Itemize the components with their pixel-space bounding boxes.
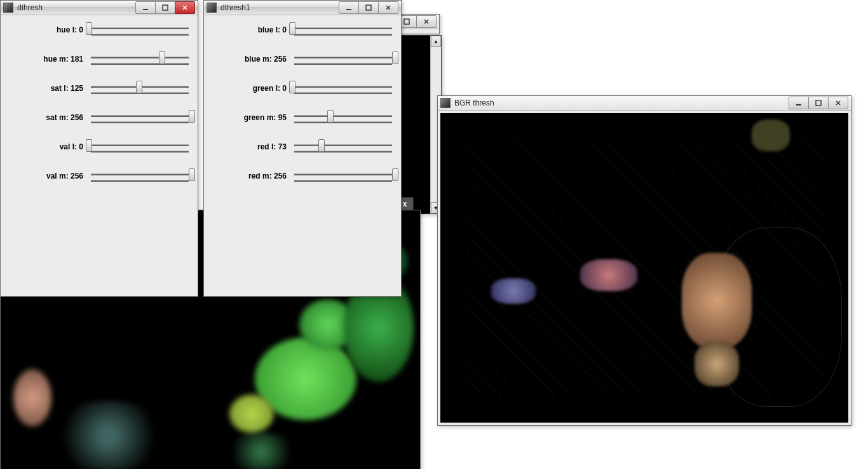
dthresh1-slider-blue-l[interactable]	[292, 20, 395, 39]
dthresh-slider-val-l[interactable]	[88, 137, 191, 156]
dthresh-slider-label: hue l: 0	[7, 25, 88, 34]
dthresh1-slider-label: red l: 73	[210, 142, 292, 151]
slider-thumb[interactable]	[86, 22, 92, 35]
dthresh-slider-row-val-l: val l: 0	[1, 132, 198, 161]
maximize-button[interactable]	[358, 1, 379, 14]
dthresh-content: hue l: 0hue m: 181sat l: 125sat m: 256va…	[1, 15, 198, 296]
dthresh-slider-row-hue-m: hue m: 181	[1, 44, 198, 74]
minimize-button[interactable]	[339, 1, 359, 14]
dthresh1-slider-row-green-l: green l: 0	[204, 74, 401, 103]
close-button[interactable]	[416, 15, 437, 28]
app-icon	[3, 3, 13, 13]
dthresh-slider-hue-l[interactable]	[88, 20, 191, 39]
dthresh1-slider-row-blue-m: blue m: 256	[204, 44, 401, 74]
close-button[interactable]	[828, 97, 848, 109]
dthresh1-slider-row-red-l: red l: 73	[204, 132, 401, 161]
dthresh-slider-sat-m[interactable]	[88, 108, 191, 127]
dthresh-titlebar[interactable]: dthresh	[1, 1, 198, 15]
dthresh-slider-label: val l: 0	[7, 142, 88, 151]
dthresh-slider-row-sat-l: sat l: 125	[1, 74, 198, 103]
close-button[interactable]	[378, 1, 398, 14]
scroll-up-button[interactable]: ▲	[431, 36, 441, 47]
dthresh-title: dthresh	[17, 3, 136, 12]
dthresh-slider-label: hue m: 181	[7, 55, 88, 64]
dthresh-slider-row-val-m: val m: 256	[1, 161, 198, 191]
dthresh1-title: dthresh1	[220, 3, 339, 12]
dthresh-window: dthresh hue l: 0hue m: 181sat l: 125sat …	[0, 0, 198, 297]
dthresh1-content: blue l: 0blue m: 256green l: 0green m: 9…	[204, 15, 401, 296]
dthresh1-slider-label: red m: 256	[210, 172, 292, 180]
svg-rect-5	[163, 5, 168, 10]
svg-rect-8	[346, 9, 351, 10]
svg-rect-12	[796, 104, 801, 105]
slider-thumb[interactable]	[159, 51, 165, 64]
dthresh-slider-row-sat-m: sat m: 256	[1, 103, 198, 132]
app-icon	[440, 98, 451, 108]
dthresh-slider-sat-l[interactable]	[88, 79, 191, 98]
slider-thumb[interactable]	[318, 139, 325, 152]
dthresh1-slider-label: green l: 0	[210, 84, 292, 93]
slider-thumb[interactable]	[392, 51, 398, 64]
dthresh1-slider-green-l[interactable]	[292, 79, 395, 98]
dthresh1-slider-green-m[interactable]	[292, 108, 395, 127]
dthresh1-slider-row-green-m: green m: 95	[204, 103, 401, 132]
dthresh-slider-label: sat m: 256	[7, 113, 88, 122]
svg-rect-13	[816, 100, 821, 105]
slider-thumb[interactable]	[289, 81, 295, 93]
dthresh1-slider-label: green m: 95	[210, 113, 292, 122]
maximize-button[interactable]	[808, 97, 829, 109]
svg-rect-4	[143, 9, 148, 10]
dthresh1-slider-label: blue m: 256	[210, 55, 292, 64]
dthresh1-titlebar[interactable]: dthresh1	[204, 1, 401, 15]
dthresh-slider-label: sat l: 125	[7, 84, 88, 93]
dthresh1-slider-red-l[interactable]	[292, 137, 395, 156]
dthresh1-window: dthresh1 blue l: 0blue m: 256green l: 0g…	[203, 0, 402, 297]
slider-thumb[interactable]	[392, 168, 398, 181]
app-icon	[207, 3, 217, 13]
dthresh-slider-label: val m: 256	[7, 172, 88, 180]
dthresh1-slider-label: blue l: 0	[210, 25, 292, 34]
dthresh1-slider-row-blue-l: blue l: 0	[204, 15, 401, 44]
slider-thumb[interactable]	[189, 110, 195, 123]
bgr-title: BGR thresh	[454, 99, 789, 107]
slider-thumb[interactable]	[189, 168, 195, 181]
dthresh-slider-row-hue-l: hue l: 0	[1, 15, 198, 44]
bgr-window-buttons	[789, 97, 848, 109]
background-black-panel: ▲ ▼	[397, 35, 442, 214]
minimize-button[interactable]	[789, 97, 809, 109]
maximize-button[interactable]	[155, 1, 175, 14]
bgr-thresh-window: BGR thresh	[437, 95, 851, 426]
dthresh-slider-hue-m[interactable]	[88, 50, 191, 69]
slider-thumb[interactable]	[327, 110, 334, 123]
svg-rect-1	[404, 19, 409, 24]
dthresh1-slider-blue-m[interactable]	[292, 50, 395, 69]
bgr-result-image	[440, 113, 848, 423]
dthresh1-window-buttons	[339, 1, 398, 14]
dthresh-window-buttons	[136, 1, 195, 14]
slider-thumb[interactable]	[289, 22, 295, 35]
bgr-titlebar[interactable]: BGR thresh	[438, 96, 851, 111]
svg-rect-9	[366, 5, 371, 10]
slider-thumb[interactable]	[136, 81, 142, 93]
minimize-button[interactable]	[135, 1, 156, 14]
slider-thumb[interactable]	[86, 139, 92, 152]
dthresh-slider-val-m[interactable]	[88, 167, 191, 186]
close-button[interactable]	[175, 1, 195, 14]
dthresh1-slider-row-red-m: red m: 256	[204, 161, 401, 191]
dthresh1-slider-red-m[interactable]	[292, 167, 395, 186]
